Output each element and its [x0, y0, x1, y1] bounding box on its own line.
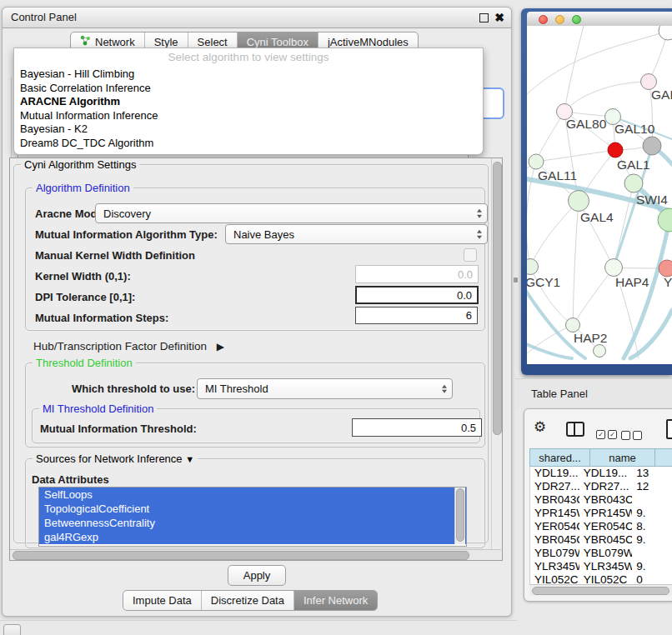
column-header-shared[interactable]: shared... — [529, 448, 590, 467]
network-edge[interactable] — [536, 150, 615, 162]
network-edge[interactable] — [624, 220, 669, 358]
settings-horizontal-scrollbar[interactable] — [10, 549, 501, 560]
dock-mini-button[interactable] — [3, 624, 21, 635]
table-row[interactable]: YPR145WYPR145W9. — [530, 507, 672, 520]
table-horizontal-scrollbar[interactable] — [529, 584, 672, 596]
close-traffic-light[interactable] — [539, 15, 548, 24]
table-cell[interactable]: 12 — [632, 480, 672, 493]
table-hscroll-thumb[interactable] — [532, 587, 669, 595]
data-attributes-list[interactable]: SelfLoopsTopologicalCoefficientBetweenne… — [38, 487, 467, 547]
network-node[interactable] — [594, 345, 606, 358]
table-cell[interactable]: 0 — [632, 573, 672, 584]
table-cell[interactable]: 9. — [632, 507, 672, 520]
dpi-tolerance-field[interactable]: 0.0 — [355, 286, 479, 304]
dropdown-item[interactable]: Mutual Information Inference — [14, 109, 483, 123]
table-cell[interactable]: YER054C — [579, 520, 632, 533]
table-cell[interactable]: YBL079W — [530, 547, 579, 560]
sources-title[interactable]: Sources for Network Inference ▼ — [33, 452, 198, 466]
dropdown-item[interactable]: Dream8 DC_TDC Algorithm — [14, 137, 483, 151]
settings-vscroll-thumb[interactable] — [493, 162, 502, 435]
table-row[interactable]: YBR045CYBR045C9. — [530, 533, 672, 547]
mi-threshold-field[interactable]: 0.5 — [352, 418, 482, 437]
network-canvas[interactable]: GAL2GAL80GAL10GAL1GAL11SWI4GAL4GCY1HAP4Y… — [527, 26, 672, 364]
mi-type-combo[interactable]: Naive Bayes — [225, 224, 488, 244]
network-edge[interactable] — [536, 112, 564, 162]
close-icon[interactable]: ✖ — [494, 10, 504, 25]
manual-kernel-checkbox[interactable] — [464, 248, 477, 262]
data-attribute-item[interactable]: gal4RGexp — [39, 530, 466, 544]
table-cell[interactable]: 8. — [632, 520, 672, 533]
network-edge[interactable] — [573, 268, 614, 325]
settings-hscroll-thumb[interactable] — [13, 551, 469, 560]
network-node[interactable] — [566, 318, 580, 332]
network-view-window[interactable]: GAL2GAL80GAL10GAL1GAL11SWI4GAL4GCY1HAP4Y… — [521, 8, 672, 375]
which-threshold-combo[interactable]: MI Threshold — [197, 378, 453, 399]
network-node[interactable] — [608, 142, 623, 158]
table-row[interactable]: YIL052CYIL052C0 — [530, 573, 672, 584]
table-cell[interactable] — [632, 547, 672, 560]
column-header-extra[interactable] — [654, 448, 672, 467]
table-cell[interactable]: YLR345W — [579, 560, 632, 573]
tab-infer-network[interactable]: Infer Network — [294, 591, 377, 610]
table-cell[interactable]: YER054C — [530, 520, 579, 533]
table-cell[interactable]: YIL052C — [579, 573, 632, 584]
check-all-icon[interactable]: ✓✓ — [596, 425, 617, 440]
data-attribute-item[interactable]: SelfLoops — [39, 488, 466, 502]
table-row[interactable]: YDR27...YDR27...12 — [530, 480, 672, 493]
network-node[interactable] — [659, 260, 672, 277]
column-header-name[interactable]: name — [589, 448, 655, 467]
table-cell[interactable]: 9. — [632, 533, 672, 547]
table-row[interactable]: YBL079WYBL079W — [530, 547, 672, 560]
table-cell[interactable]: YIL052C — [530, 573, 579, 584]
hub-tf-definition-toggle[interactable]: Hub/Transcription Factor Definition ▶ — [33, 340, 224, 352]
network-node[interactable] — [529, 154, 544, 169]
aracne-mode-combo[interactable]: Discovery — [95, 203, 488, 223]
dropdown-item[interactable]: Basic Correlation Inference — [14, 82, 483, 96]
list-vertical-scrollbar[interactable] — [454, 488, 465, 544]
table-cell[interactable]: YBR045C — [579, 533, 632, 547]
network-node[interactable] — [527, 259, 539, 275]
table-partial-icon[interactable] — [666, 419, 672, 439]
table-cell[interactable]: YPR145W — [579, 507, 632, 520]
table-cell[interactable]: YPR145W — [530, 507, 579, 520]
network-edge[interactable] — [530, 201, 579, 267]
table-cell[interactable]: YDR27... — [579, 480, 632, 493]
table-cell[interactable]: 13 — [632, 467, 672, 480]
data-attribute-item[interactable]: TopologicalCoefficient — [39, 502, 466, 516]
table-row[interactable]: YER054CYER054C8. — [530, 520, 672, 533]
zoom-traffic-light[interactable] — [572, 15, 581, 24]
dropdown-item[interactable]: Bayesian - K2 — [14, 122, 483, 137]
data-attribute-item[interactable]: BetweennessCentrality — [39, 516, 466, 530]
table-cell[interactable]: YBR043C — [530, 493, 579, 507]
table-cell[interactable]: YBL079W — [579, 547, 632, 560]
minimize-traffic-light[interactable] — [555, 15, 564, 24]
network-edge[interactable] — [573, 201, 579, 325]
dropdown-item[interactable]: Bayesian - Hill Climbing — [14, 68, 483, 82]
float-window-icon[interactable] — [479, 13, 489, 22]
network-edge[interactable] — [564, 82, 649, 112]
table-cell[interactable] — [632, 493, 672, 507]
table-cell[interactable]: YDL19... — [579, 467, 632, 480]
table-row[interactable]: YDL19...YDL19...13 — [530, 467, 672, 480]
network-window-titlebar[interactable] — [527, 12, 672, 27]
network-node[interactable] — [659, 26, 672, 40]
table-cell[interactable]: YBR043C — [579, 493, 632, 507]
table-row[interactable]: YBR043CYBR043C — [530, 493, 672, 507]
kernel-width-field[interactable]: 0.0 — [355, 265, 479, 283]
list-scrollbar-thumb[interactable] — [456, 488, 464, 542]
table-cell[interactable]: YDL19... — [530, 467, 579, 480]
table-cell[interactable]: YLR345W — [530, 560, 579, 573]
apply-button[interactable]: Apply — [228, 565, 286, 586]
network-node[interactable] — [643, 137, 661, 155]
network-node[interactable] — [624, 174, 643, 192]
network-node[interactable] — [569, 191, 589, 212]
tab-impute-data[interactable]: Impute Data — [123, 591, 202, 610]
split-columns-icon[interactable] — [566, 422, 584, 437]
network-node[interactable] — [605, 259, 623, 277]
table-row[interactable]: YLR345WYLR345W9. — [530, 560, 672, 573]
table-cell[interactable]: YDR27... — [530, 480, 579, 493]
uncheck-all-icon[interactable] — [621, 426, 642, 441]
splitter-grip[interactable] — [514, 278, 518, 282]
dropdown-item[interactable]: ARACNE Algorithm — [14, 95, 483, 109]
settings-vertical-scrollbar[interactable] — [491, 158, 502, 549]
